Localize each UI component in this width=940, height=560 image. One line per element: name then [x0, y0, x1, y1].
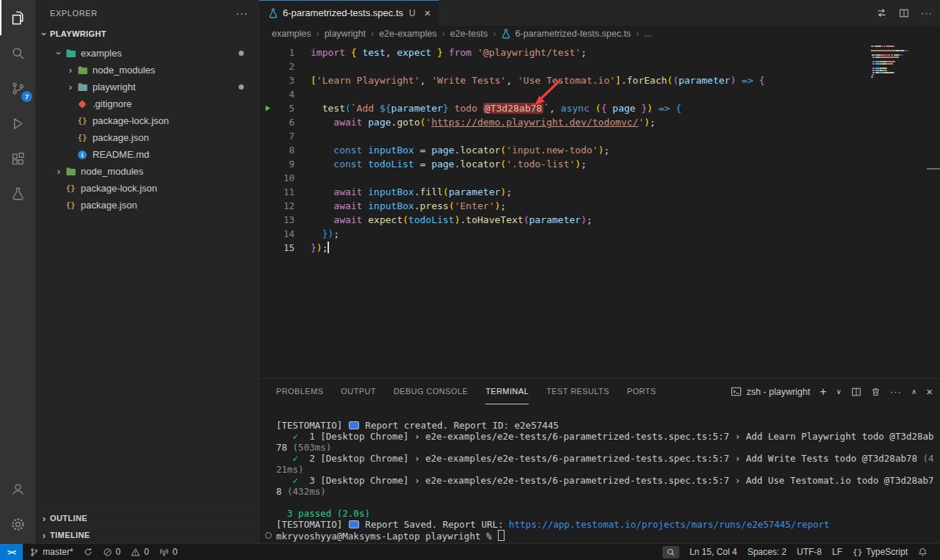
- settings-icon[interactable]: [0, 506, 35, 542]
- eol-status[interactable]: LF: [827, 544, 847, 560]
- code-text: await inputBox.press('Enter');: [311, 199, 506, 213]
- explorer-icon[interactable]: [0, 0, 35, 35]
- tree-file--gitignore[interactable]: .gitignore: [35, 95, 258, 112]
- indentation-status[interactable]: Spaces: 2: [742, 544, 792, 560]
- panel-tab-problems[interactable]: PROBLEMS: [276, 379, 323, 404]
- code-line-15[interactable]: 15});: [259, 241, 940, 255]
- new-terminal-button[interactable]: +: [820, 386, 826, 398]
- tree-file-package-lock-json[interactable]: {}package-lock.json: [35, 112, 258, 129]
- gutter: [259, 143, 275, 157]
- accounts-icon[interactable]: [0, 471, 35, 506]
- zoom-icon: [662, 546, 679, 559]
- code-line-13[interactable]: 13 await expect(todoList).toHaveText(par…: [259, 213, 940, 227]
- kill-terminal-button[interactable]: [871, 387, 881, 397]
- errors-status[interactable]: 0: [98, 544, 126, 560]
- breadcrumb-item[interactable]: ...: [644, 29, 651, 39]
- minimap-line: [871, 50, 918, 51]
- breadcrumb-item[interactable]: 6-parametrized-tests.spec.ts: [501, 29, 631, 39]
- tree-file-package-json[interactable]: {}package.json: [35, 197, 258, 214]
- source-control-icon[interactable]: 7: [0, 70, 35, 106]
- info-icon: i: [76, 150, 88, 160]
- maximize-panel-button[interactable]: ∧: [911, 388, 916, 396]
- code-line-8[interactable]: 8 const inputBox = page.locator('input.n…: [259, 143, 940, 157]
- run-debug-icon[interactable]: [0, 106, 35, 141]
- open-changes-button[interactable]: [876, 7, 887, 18]
- tree-folder-node-modules[interactable]: ›node_modules: [35, 163, 258, 180]
- encoding-status[interactable]: UTF-8: [792, 544, 827, 560]
- terminal-session-selector[interactable]: zsh - playwright: [731, 386, 810, 397]
- editor-more-actions-button[interactable]: ···: [921, 8, 933, 18]
- tree-folder-playwright[interactable]: ›playwright: [35, 79, 258, 95]
- explorer-tree: ›examples›node_modules›playwright.gitign…: [35, 45, 258, 214]
- explorer-actions-button[interactable]: ···: [236, 7, 248, 19]
- tree-file-readme-md[interactable]: iREADME.md: [35, 146, 258, 163]
- breadcrumb-item[interactable]: examples: [272, 29, 311, 39]
- url-link[interactable]: https://demo.playwright.dev/todomvc/: [431, 117, 638, 128]
- section-label: TIMELINE: [50, 531, 90, 539]
- terminal-link[interactable]: https://app.testomat.io/projects/mars/ru…: [509, 519, 830, 530]
- tree-folder-examples[interactable]: ›examples: [35, 45, 258, 62]
- remote-indicator[interactable]: ><: [0, 544, 23, 560]
- panel-tab-debug-console[interactable]: DEBUG CONSOLE: [394, 379, 468, 404]
- split-terminal-button[interactable]: [851, 387, 861, 397]
- extensions-icon[interactable]: [0, 141, 35, 176]
- minimap[interactable]: [871, 46, 918, 79]
- terminal-cursor: [498, 530, 505, 541]
- section-playwright[interactable]: › PLAYWRIGHT: [35, 26, 258, 42]
- section-timeline[interactable]: ›TIMELINE: [35, 526, 258, 543]
- zoom-indicator[interactable]: [657, 544, 684, 560]
- code-line-3[interactable]: 3['Learn Playwright', 'Write Tests', 'Us…: [259, 73, 940, 87]
- minimap-line: [871, 57, 918, 58]
- code-editor[interactable]: 1import { test, expect } from '@playwrig…: [259, 42, 940, 378]
- line-number: 10: [275, 171, 294, 185]
- terminal[interactable]: [TESTOMATIO] Report created. Report ID: …: [259, 404, 940, 542]
- breadcrumb-item[interactable]: e2e-tests: [450, 29, 488, 39]
- code-line-5[interactable]: 5 test(`Add ${parameter} todo @T3d28ab78…: [259, 101, 940, 115]
- sidebar-footer: ›OUTLINE›TIMELINE: [35, 509, 258, 543]
- ports-status[interactable]: 0: [154, 544, 183, 560]
- search-icon[interactable]: [0, 35, 35, 70]
- testing-icon[interactable]: [0, 176, 35, 211]
- code-line-2[interactable]: 2: [259, 59, 940, 73]
- warnings-status[interactable]: 0: [126, 544, 154, 560]
- split-editor-button[interactable]: [899, 8, 909, 18]
- code-line-4[interactable]: 4: [259, 87, 940, 101]
- minimap-line: [871, 74, 918, 76]
- code-line-14[interactable]: 14 });: [259, 227, 940, 241]
- panel-tab-test-results[interactable]: TEST RESULTS: [546, 379, 610, 404]
- command-decoration-icon[interactable]: [265, 532, 272, 539]
- item-label: package.json: [93, 132, 149, 143]
- tree-folder-node-modules[interactable]: ›node_modules: [35, 62, 258, 79]
- sync-changes-button[interactable]: [79, 544, 98, 560]
- close-panel-button[interactable]: ×: [926, 386, 933, 397]
- language-mode-status[interactable]: {}TypeScript: [847, 544, 913, 560]
- run-test-button[interactable]: [259, 101, 275, 115]
- chevron-right-icon: ›: [38, 513, 50, 524]
- code-line-9[interactable]: 9 const todoList = page.locator('.todo-l…: [259, 157, 940, 171]
- breadcrumb-item[interactable]: playwright: [325, 29, 366, 39]
- breadcrumb-item[interactable]: e2e-examples: [379, 29, 437, 39]
- npm-icon: {}: [65, 183, 76, 194]
- code-line-1[interactable]: 1import { test, expect } from '@playwrig…: [259, 46, 940, 59]
- tab-6-parametrized-tests[interactable]: 6-parametrized-tests.spec.ts U ×: [259, 0, 439, 26]
- code-line-7[interactable]: 7: [259, 129, 940, 143]
- code-line-10[interactable]: 10: [259, 171, 940, 185]
- cursor-position-status[interactable]: Ln 15, Col 4: [684, 544, 742, 560]
- tree-file-package-lock-json[interactable]: {}package-lock.json: [35, 180, 258, 197]
- terminal-more-actions-button[interactable]: ···: [890, 387, 902, 396]
- code-line-12[interactable]: 12 await inputBox.press('Enter');: [259, 199, 940, 213]
- terminal-line: [276, 497, 933, 508]
- close-tab-button[interactable]: ×: [423, 7, 433, 19]
- section-outline[interactable]: ›OUTLINE: [35, 509, 258, 526]
- git-branch-status[interactable]: master*: [24, 544, 78, 560]
- terminal-launch-profile-dropdown[interactable]: ∨: [836, 388, 842, 396]
- notifications-bell[interactable]: [913, 544, 933, 560]
- panel-tab-terminal[interactable]: TERMINAL: [485, 379, 529, 404]
- tree-file-package-json[interactable]: {}package.json: [35, 129, 258, 146]
- code-line-11[interactable]: 11 await inputBox.fill(parameter);: [259, 185, 940, 199]
- code-line-6[interactable]: 6 await page.goto('https://demo.playwrig…: [259, 115, 940, 129]
- item-label: node_modules: [93, 65, 155, 76]
- panel-tab-ports[interactable]: PORTS: [627, 379, 657, 404]
- panel-tab-output[interactable]: OUTPUT: [341, 379, 376, 404]
- terminal-line: [TESTOMATIO] Report Saved. Report URL: h…: [276, 519, 933, 530]
